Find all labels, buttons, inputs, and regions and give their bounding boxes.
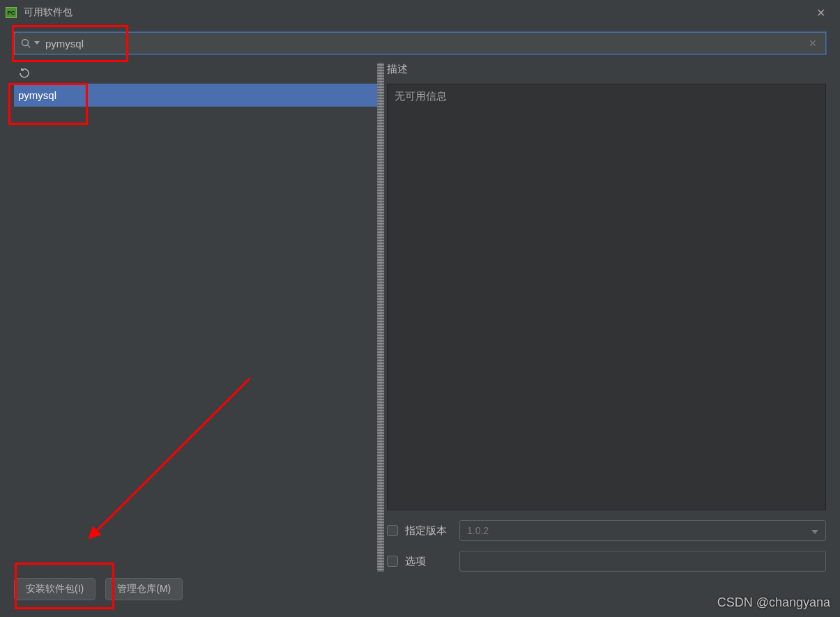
specify-version-row: 指定版本 1.0.2 [387,520,826,541]
manage-repositories-button[interactable]: 管理仓库(M) [105,578,183,600]
options-checkbox[interactable] [387,556,398,567]
titlebar: PC 可用软件包 ✕ [0,0,840,25]
options-row: 选项 [387,551,826,572]
options-label: 选项 [405,555,459,568]
description-body: 无可用信息 [387,84,826,510]
specify-version-checkbox[interactable] [387,525,398,536]
install-package-button-label: 安装软件包(I) [26,583,84,595]
svg-line-1 [28,45,31,48]
content-area: pymysql 描述 无可用信息 指定版本 1.0.2 选项 [14,63,826,572]
package-name-label: pymysql [18,89,56,101]
search-icon [20,38,31,49]
options-input[interactable] [459,551,826,572]
package-list-toolbar [14,63,377,84]
window-title: 可用软件包 [24,6,807,19]
specify-version-label: 指定版本 [405,524,459,538]
version-select[interactable]: 1.0.2 [459,520,826,541]
chevron-down-icon [811,525,818,536]
search-dropdown-caret-icon[interactable] [34,40,40,46]
package-list[interactable]: pymysql [14,84,377,572]
manage-repositories-button-label: 管理仓库(M) [117,583,171,595]
description-heading: 描述 [387,63,826,78]
pycharm-app-icon: PC [6,7,17,18]
refresh-icon[interactable] [18,67,31,79]
package-detail-panel: 描述 无可用信息 指定版本 1.0.2 选项 [384,63,826,572]
close-button[interactable]: ✕ [807,2,834,23]
install-package-button[interactable]: 安装软件包(I) [14,578,96,600]
bottom-bar: 安装软件包(I) 管理仓库(M) [14,575,826,603]
close-icon: ✕ [816,6,825,20]
search-bar[interactable]: ✕ [14,32,826,54]
svg-point-0 [22,40,29,46]
search-input[interactable] [45,38,806,49]
package-list-item[interactable]: pymysql [14,84,377,107]
package-list-panel: pymysql [14,63,377,572]
splitter-handle[interactable] [377,63,384,572]
version-select-value: 1.0.2 [467,525,489,536]
search-clear-button[interactable]: ✕ [806,38,820,49]
